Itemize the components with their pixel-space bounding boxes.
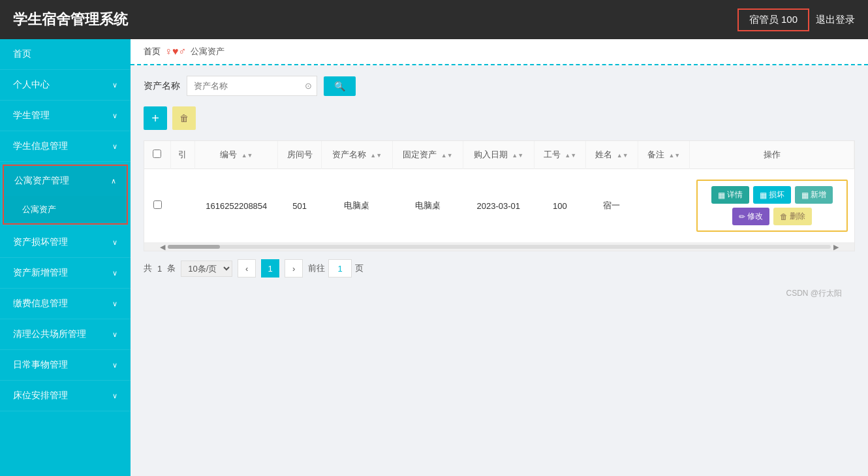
search-input-wrap: ⊙: [187, 76, 317, 96]
row-checkbox[interactable]: [153, 200, 162, 209]
current-page-indicator[interactable]: 1: [261, 259, 279, 278]
damage-label: 损坏: [769, 189, 784, 200]
td-fixed-asset: 电脑桌: [392, 169, 463, 243]
scroll-thumb: [168, 245, 220, 249]
sort-arrows-name[interactable]: ▲▼: [617, 153, 628, 159]
detail-icon: ▦: [718, 191, 725, 200]
th-checkbox: [144, 141, 170, 169]
page-size-select[interactable]: 10条/页: [181, 261, 232, 277]
search-input[interactable]: [187, 76, 317, 96]
chevron-up-icon: ∧: [111, 177, 116, 185]
sort-arrows-number[interactable]: ▲▼: [241, 153, 253, 159]
sidebar-item-student-info-label: 学生信息管理: [13, 140, 68, 152]
scroll-bar: ◀ ▶: [144, 243, 854, 251]
table-header-row: 引 编号 ▲▼ 房间号 资产名称 ▲▼ 固定资产 ▲▼ 购入日期 ▲▼ 工号 ▲…: [144, 141, 854, 169]
sidebar-item-asset-damage[interactable]: 资产损坏管理 ∨: [0, 227, 131, 258]
next-page-button[interactable]: ›: [285, 259, 303, 278]
edit-button[interactable]: ✏ 修改: [732, 208, 769, 225]
sidebar-item-apartment-asset-sub[interactable]: 公寓资产: [4, 196, 127, 223]
breadcrumb: 首页 ♀♥♂ 公寓资产: [131, 39, 868, 65]
select-all-checkbox[interactable]: [153, 150, 161, 158]
sidebar-item-asset-add-label: 资产新增管理: [13, 267, 68, 279]
sort-arrows-remark[interactable]: ▲▼: [668, 153, 680, 159]
sort-arrows-asset[interactable]: ▲▼: [370, 153, 382, 159]
th-number: 编号 ▲▼: [195, 141, 278, 169]
sort-arrows-work-id[interactable]: ▲▼: [565, 153, 576, 159]
sidebar-item-apartment-asset[interactable]: 公寓资产管理 ∧: [4, 166, 127, 196]
th-name: 姓名 ▲▼: [586, 141, 638, 169]
sidebar-item-clean-mgmt[interactable]: 清理公共场所管理 ∨: [0, 319, 131, 350]
breadcrumb-home[interactable]: 首页: [144, 46, 161, 57]
scroll-track[interactable]: [168, 245, 831, 249]
breadcrumb-separator-icons: ♀♥♂: [164, 46, 187, 57]
delete-button[interactable]: 🗑 删除: [773, 208, 812, 225]
td-room: 501: [278, 169, 322, 243]
search-bar: 资产名称 ⊙ 🔍: [144, 76, 855, 96]
batch-delete-button[interactable]: 🗑: [172, 106, 196, 130]
search-icon: ⊙: [305, 81, 312, 91]
damage-button[interactable]: ▦ 损坏: [753, 186, 791, 204]
add-button[interactable]: +: [144, 106, 167, 130]
sidebar-item-student-info[interactable]: 学生信息管理 ∨: [0, 131, 131, 162]
td-index: [170, 169, 195, 243]
sidebar-item-home[interactable]: 首页: [0, 39, 131, 70]
table-row: 1616252208854 501 电脑桌 电脑桌 2023-03-01 100…: [144, 169, 854, 243]
app-title: 学生宿舍管理系统: [13, 10, 128, 29]
detail-button[interactable]: ▦ 详情: [711, 186, 749, 204]
pagination-total-suffix: 条: [167, 262, 176, 274]
new-add-button[interactable]: ▦ 新增: [795, 186, 833, 204]
chevron-down-icon: ∨: [112, 142, 117, 151]
sidebar-item-daily-mgmt[interactable]: 日常事物管理 ∨: [0, 350, 131, 381]
chevron-down-icon: ∨: [112, 81, 117, 89]
op-row-top: ▦ 详情 ▦ 损坏 ▦: [711, 186, 833, 204]
asset-table: 引 编号 ▲▼ 房间号 资产名称 ▲▼ 固定资产 ▲▼ 购入日期 ▲▼ 工号 ▲…: [144, 140, 855, 251]
goto-prefix: 前往: [308, 262, 325, 274]
search-button[interactable]: 🔍: [324, 76, 356, 96]
goto-page-input[interactable]: [328, 259, 352, 278]
edit-label: 修改: [747, 211, 763, 222]
td-work-id: 100: [534, 169, 586, 243]
sidebar-item-bed-mgmt[interactable]: 床位安排管理 ∨: [0, 381, 131, 411]
main-content: 首页 ♀♥♂ 公寓资产 资产名称 ⊙ 🔍 + 🗑: [131, 39, 868, 476]
sort-arrows-date[interactable]: ▲▼: [512, 153, 523, 159]
scroll-right-arrow[interactable]: ▶: [831, 243, 841, 251]
search-label: 资产名称: [144, 80, 180, 92]
sidebar-item-student-mgmt[interactable]: 学生管理 ∨: [0, 101, 131, 131]
th-asset-name: 资产名称 ▲▼: [322, 141, 393, 169]
td-operation: ▦ 详情 ▦ 损坏 ▦: [690, 169, 854, 243]
td-checkbox: [144, 169, 170, 243]
op-row-bottom: ✏ 修改 🗑 删除: [732, 208, 812, 225]
sidebar-item-asset-damage-label: 资产损坏管理: [13, 236, 68, 248]
scroll-left-arrow[interactable]: ◀: [157, 243, 168, 251]
td-purchase-date: 2023-03-01: [463, 169, 535, 243]
chevron-down-icon: ∨: [112, 112, 117, 120]
watermark: CSDN @行太阳: [144, 285, 855, 304]
sidebar-item-home-label: 首页: [13, 48, 31, 60]
sidebar-item-personal[interactable]: 个人中心 ∨: [0, 70, 131, 101]
chevron-down-icon: ∨: [112, 238, 117, 247]
detail-label: 详情: [727, 189, 743, 200]
delete-label: 删除: [790, 211, 805, 222]
th-operation: 操作: [690, 141, 854, 169]
pagination: 共 1 条 10条/页 ‹ 1 › 前往 页: [144, 251, 855, 285]
sidebar-item-daily-mgmt-label: 日常事物管理: [13, 359, 68, 371]
chevron-down-icon: ∨: [112, 361, 117, 370]
td-number: 1616252208854: [195, 169, 278, 243]
chevron-down-icon: ∨: [112, 392, 117, 400]
sidebar-item-fee-info-label: 缴费信息管理: [13, 298, 68, 309]
sidebar: 首页 个人中心 ∨ 学生管理 ∨ 学生信息管理 ∨ 公寓资产管理 ∧ 公寓资产 …: [0, 39, 131, 476]
sidebar-item-asset-add[interactable]: 资产新增管理 ∨: [0, 258, 131, 289]
th-remark: 备注 ▲▼: [638, 141, 690, 169]
logout-button[interactable]: 退出登录: [816, 14, 855, 26]
td-asset-name: 电脑桌: [322, 169, 393, 243]
user-badge: 宿管员 100: [737, 8, 809, 31]
prev-page-button[interactable]: ‹: [238, 259, 256, 278]
sort-arrows-fixed[interactable]: ▲▼: [441, 153, 453, 159]
td-name: 宿一: [586, 169, 638, 243]
th-fixed-asset: 固定资产 ▲▼: [392, 141, 463, 169]
sidebar-item-fee-info[interactable]: 缴费信息管理 ∨: [0, 289, 131, 319]
page-goto: 前往 页: [308, 259, 364, 278]
th-room: 房间号: [278, 141, 322, 169]
sidebar-item-clean-mgmt-label: 清理公共场所管理: [13, 328, 86, 340]
sidebar-item-apartment-asset-sub-label: 公寓资产: [22, 204, 56, 214]
